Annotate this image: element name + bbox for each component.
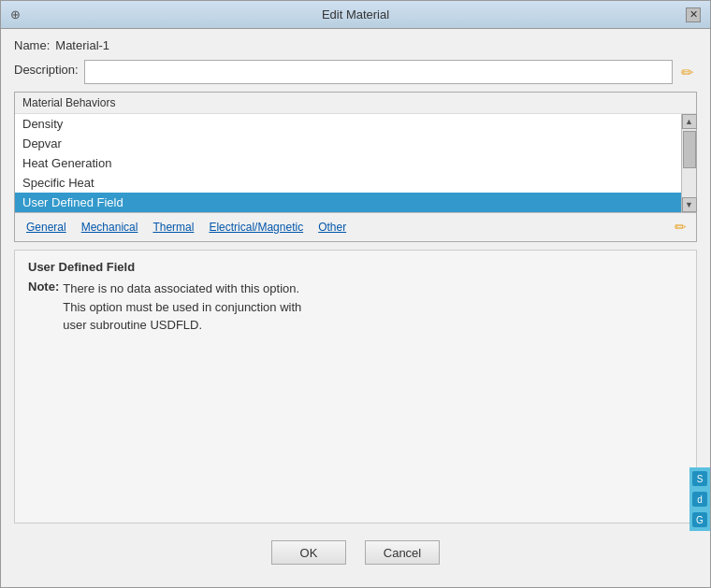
list-item[interactable]: Specific Heat: [15, 173, 681, 193]
behaviors-list: Density Depvar Heat Generation Specific …: [15, 114, 681, 212]
side-panel-icon-3[interactable]: G: [692, 512, 707, 527]
description-pencil-button[interactable]: ✏: [676, 62, 697, 82]
tabs-row: General Mechanical Thermal Electrical/Ma…: [15, 212, 696, 241]
list-item-selected[interactable]: User Defined Field: [15, 193, 681, 212]
app-icon: ⊕: [10, 7, 25, 22]
cancel-button[interactable]: Cancel: [365, 540, 440, 565]
list-item[interactable]: Depvar: [15, 134, 681, 153]
note-row: Note: There is no data associated with t…: [28, 280, 683, 335]
buttons-row: OK Cancel: [14, 531, 697, 578]
tab-other[interactable]: Other: [312, 219, 352, 236]
material-behaviors-group: Material Behaviors Density Depvar Heat G…: [14, 92, 697, 242]
list-item[interactable]: Density: [15, 114, 681, 134]
scroll-up-arrow[interactable]: ▲: [682, 114, 697, 129]
description-row: Description: ✏: [14, 60, 697, 84]
name-value: Material-1: [55, 38, 109, 52]
note-text: There is no data associated with this op…: [63, 280, 301, 335]
description-input-wrapper: ✏: [84, 60, 697, 84]
dialog-title: Edit Material: [25, 7, 686, 22]
tab-thermal[interactable]: Thermal: [147, 219, 199, 236]
close-button[interactable]: ✕: [686, 7, 701, 22]
tab-general[interactable]: General: [21, 219, 72, 236]
edit-material-dialog: ⊕ Edit Material ✕ Name: Material-1 Descr…: [0, 0, 711, 588]
scroll-thumb[interactable]: [683, 131, 696, 168]
note-label: Note:: [28, 280, 59, 335]
name-label: Name:: [14, 38, 50, 52]
scroll-down-arrow[interactable]: ▼: [682, 197, 697, 212]
tab-mechanical[interactable]: Mechanical: [76, 219, 144, 236]
material-behaviors-label: Material Behaviors: [15, 93, 696, 114]
name-row: Name: Material-1: [14, 38, 697, 52]
dialog-body: Name: Material-1 Description: ✏ Material…: [1, 29, 710, 587]
title-bar: ⊕ Edit Material ✕: [1, 1, 710, 29]
behaviors-list-wrapper: Density Depvar Heat Generation Specific …: [15, 114, 696, 212]
tab-pencil-button[interactable]: ✏: [670, 217, 690, 237]
side-panel-icon-1[interactable]: S: [692, 471, 707, 486]
list-item[interactable]: Heat Generation: [15, 153, 681, 173]
tab-electrical-magnetic[interactable]: Electrical/Magnetic: [203, 219, 309, 236]
ok-button[interactable]: OK: [271, 540, 346, 565]
description-label: Description:: [14, 60, 79, 77]
vertical-scrollbar[interactable]: ▲ ▼: [681, 114, 696, 212]
side-panel: S d G: [689, 467, 710, 531]
content-area: User Defined Field Note: There is no dat…: [14, 250, 697, 523]
content-title: User Defined Field: [28, 260, 683, 274]
side-panel-icon-2[interactable]: d: [692, 492, 707, 507]
description-input[interactable]: [84, 60, 673, 84]
